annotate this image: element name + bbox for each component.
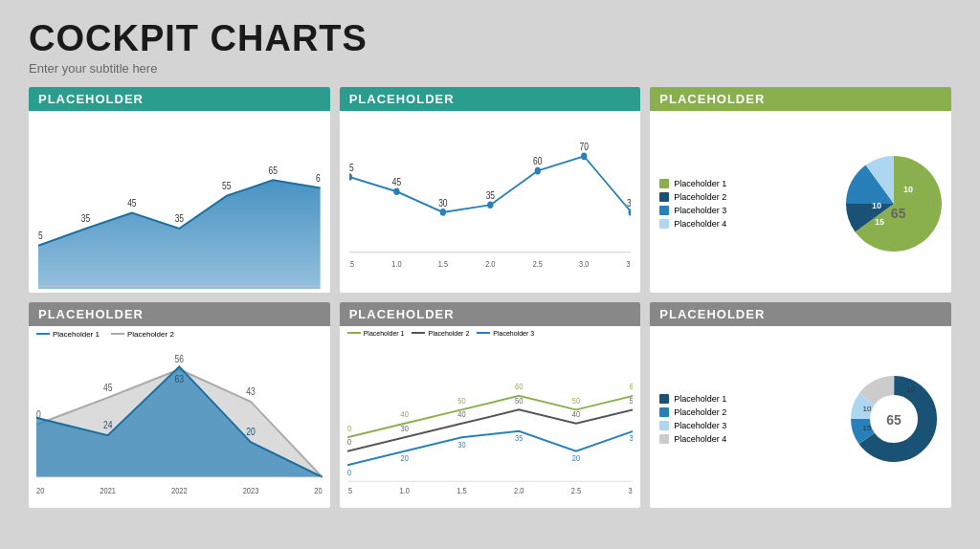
legend-text-blue: Placeholder 1 — [53, 330, 100, 339]
chart-header-3: PLACEHOLDER — [650, 87, 951, 111]
legend-label-1: Placeholder 1 — [674, 179, 726, 188]
chart-card-5: PLACEHOLDER Placeholder 1 Placeholder 2 … — [340, 302, 641, 508]
donut-label-2: Placeholder 2 — [674, 407, 726, 417]
svg-point-21 — [581, 152, 587, 160]
legend-label-3: Placeholder 3 — [674, 206, 726, 215]
donut-dot-4 — [659, 434, 669, 444]
legend-item-blue: Placeholder 1 — [36, 330, 100, 339]
pie-labels-3: 10 10 15 — [846, 156, 942, 252]
donut-legend-item-1: Placeholder 1 — [659, 394, 726, 404]
svg-text:35: 35 — [81, 212, 91, 224]
svg-text:1.0: 1.0 — [391, 259, 402, 269]
chart-body-3: Placeholder 1 Placeholder 2 Placeholder … — [650, 111, 951, 293]
chart-body-1: 25 35 45 35 55 65 60 2020 2021 2022 2023… — [29, 111, 330, 293]
svg-point-18 — [439, 209, 445, 216]
svg-text:50: 50 — [457, 395, 466, 406]
svg-text:45: 45 — [127, 196, 137, 208]
donut-dot-1 — [659, 394, 669, 404]
svg-text:65: 65 — [269, 164, 278, 175]
chart-body-6: Placeholder 1 Placeholder 2 Placeholder … — [650, 326, 951, 508]
svg-text:50: 50 — [629, 395, 633, 406]
legend5-item-3: Placeholder 3 — [477, 330, 534, 337]
legend5-text-1: Placeholder 1 — [364, 330, 405, 337]
svg-text:30: 30 — [347, 423, 351, 433]
legend-dot-2 — [659, 192, 669, 202]
svg-text:45: 45 — [103, 381, 113, 392]
svg-text:0.5: 0.5 — [349, 259, 355, 269]
svg-point-16 — [349, 173, 352, 181]
svg-text:3.0: 3.0 — [628, 485, 633, 495]
chart-body-4: 30 45 56 43 34 24 63 20 2020 2021 2022 2… — [29, 339, 330, 508]
svg-text:3.0: 3.0 — [579, 259, 590, 269]
svg-text:0.5: 0.5 — [347, 485, 352, 495]
svg-text:60: 60 — [533, 156, 542, 166]
svg-text:2.0: 2.0 — [514, 485, 524, 495]
legend5-item-1: Placeholder 1 — [347, 330, 405, 337]
svg-text:70: 70 — [579, 142, 588, 152]
legend-item-4: Placeholder 4 — [659, 219, 726, 229]
legend-item-gray: Placeholder 2 — [111, 330, 174, 339]
svg-text:60: 60 — [629, 381, 633, 391]
legend-item-2: Placeholder 2 — [659, 192, 726, 202]
svg-text:35: 35 — [485, 190, 494, 201]
donut-legend-item-2: Placeholder 2 — [659, 407, 726, 417]
svg-text:60: 60 — [316, 171, 321, 183]
legend5-line-3 — [477, 332, 490, 334]
donut-legend-item-3: Placeholder 3 — [659, 421, 726, 430]
page-title: COCKPIT CHARTS — [29, 19, 951, 59]
legend-label-4: Placeholder 4 — [674, 219, 726, 229]
svg-text:20: 20 — [246, 426, 256, 437]
legend-item-1: Placeholder 1 — [659, 179, 726, 188]
svg-text:2.0: 2.0 — [485, 259, 496, 269]
svg-point-20 — [534, 167, 540, 175]
svg-text:63: 63 — [175, 373, 185, 384]
line-chart-2: 55 45 30 35 60 70 30 0.5 1.0 1.5 2.0 2.5… — [349, 119, 632, 289]
svg-text:3.5: 3.5 — [626, 259, 631, 269]
area-chart-4: 30 45 56 43 34 24 63 20 2020 2021 2022 2… — [36, 342, 323, 504]
svg-text:10: 10 — [872, 201, 881, 210]
svg-text:40: 40 — [571, 408, 580, 419]
legend5-item-2: Placeholder 2 — [412, 330, 469, 337]
chart-header-2: PLACEHOLDER — [340, 87, 641, 111]
donut-label-3: Placeholder 3 — [674, 421, 726, 430]
donut-legend-item-4: Placeholder 4 — [659, 434, 726, 444]
legend-text-gray: Placeholder 2 — [127, 330, 174, 339]
donut-center-text: 65 — [886, 412, 902, 428]
donut-label-1: Placeholder 1 — [674, 394, 726, 404]
pie-container-3: 65 10 10 15 — [846, 156, 942, 252]
svg-text:55: 55 — [349, 163, 354, 173]
svg-text:2023: 2023 — [243, 485, 259, 495]
svg-text:2024: 2024 — [314, 485, 322, 495]
svg-text:20: 20 — [571, 452, 580, 463]
svg-text:10: 10 — [347, 467, 351, 477]
svg-text:30: 30 — [438, 198, 447, 209]
svg-text:30: 30 — [457, 439, 466, 450]
svg-text:15: 15 — [875, 217, 884, 227]
legend-dot-4 — [659, 219, 669, 229]
svg-marker-0 — [38, 180, 321, 289]
svg-text:2020: 2020 — [36, 485, 44, 495]
svg-point-17 — [393, 187, 399, 195]
chart-header-1: PLACEHOLDER — [29, 87, 330, 111]
chart5-legend: Placeholder 1 Placeholder 2 Placeholder … — [340, 326, 641, 337]
pie-legend-3: Placeholder 1 Placeholder 2 Placeholder … — [659, 179, 726, 229]
svg-text:35: 35 — [515, 432, 523, 443]
svg-text:24: 24 — [103, 419, 113, 430]
chart-header-6: PLACEHOLDER — [650, 302, 951, 326]
svg-text:50: 50 — [515, 395, 523, 406]
svg-text:30: 30 — [627, 198, 632, 209]
svg-text:10: 10 — [907, 385, 916, 394]
chart-card-1: PLACEHOLDER 25 — [29, 87, 330, 293]
svg-point-19 — [487, 201, 493, 209]
legend-dot-3 — [659, 206, 669, 215]
svg-text:50: 50 — [571, 395, 580, 406]
chart-header-4: PLACEHOLDER — [29, 302, 330, 326]
legend5-text-2: Placeholder 2 — [428, 330, 469, 337]
svg-text:35: 35 — [629, 432, 633, 443]
svg-text:43: 43 — [246, 385, 256, 397]
svg-text:35: 35 — [175, 212, 185, 224]
charts-grid: PLACEHOLDER 25 — [29, 87, 951, 508]
legend-item-3: Placeholder 3 — [659, 206, 726, 215]
chart4-legend: Placeholder 1 Placeholder 2 — [29, 326, 330, 339]
chart-card-6: PLACEHOLDER Placeholder 1 Placeholder 2 … — [650, 302, 951, 508]
